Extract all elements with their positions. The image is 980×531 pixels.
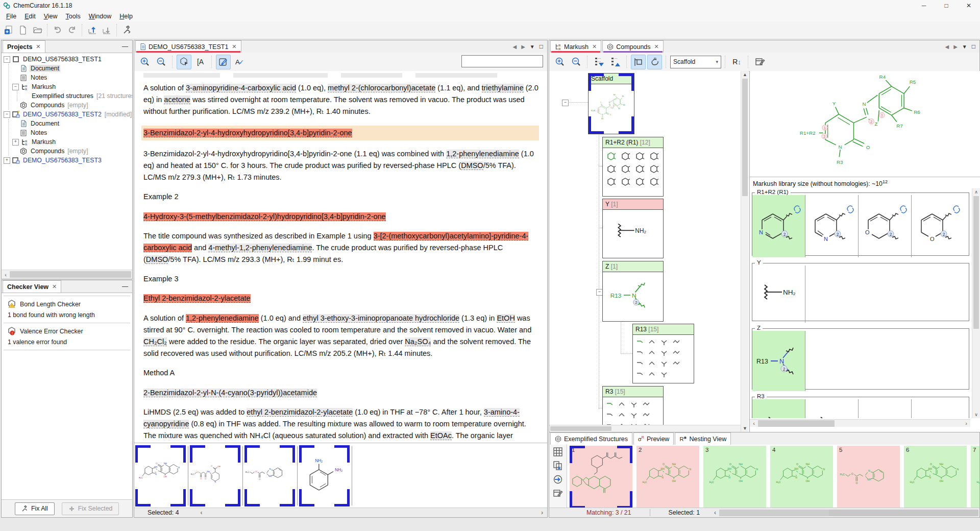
chemical-entity[interactable]: 1,2-phenylenediamine bbox=[446, 150, 519, 158]
close-icon[interactable]: ✕ bbox=[654, 43, 659, 50]
exemplified-card-3[interactable]: 3 bbox=[703, 446, 766, 508]
collapse-toggle[interactable]: − bbox=[4, 56, 10, 63]
markush-tree-canvas[interactable]: − − Scaffold R1+R2 (R1) [12] Y [1] bbox=[549, 71, 749, 432]
scroll-left-icon[interactable]: ‹ bbox=[201, 509, 203, 516]
tab-scroll-right-icon[interactable]: ▶ bbox=[521, 44, 525, 50]
scroll-right-icon[interactable]: › bbox=[541, 509, 543, 516]
redo-button[interactable] bbox=[65, 23, 79, 37]
tree-item-demo-us6756383-test1[interactable]: −DEMO_US6756383_TEST1 bbox=[4, 55, 132, 64]
maximize-button[interactable]: □ bbox=[935, 0, 958, 11]
chemical-entity[interactable]: triethylamine bbox=[482, 84, 524, 92]
chemical-entity[interactable]: Ethyl 2-benzimidazol-2-ylacetate bbox=[143, 294, 251, 303]
tree-item-compounds[interactable]: Compounds[empty] bbox=[12, 101, 132, 110]
edit-annotation-tool[interactable] bbox=[216, 55, 231, 69]
tab-scroll-left-icon[interactable]: ◀ bbox=[512, 44, 517, 50]
structure-thumbnail[interactable] bbox=[299, 445, 350, 506]
spellcheck-tool[interactable]: A✓ bbox=[232, 55, 247, 69]
rgroup-numbering-button[interactable]: R↕ bbox=[729, 55, 744, 69]
expand-toggle[interactable]: + bbox=[12, 139, 19, 146]
rgroup-list[interactable]: R1+R2 (R1) N 2 bbox=[750, 188, 970, 418]
scroll-down-icon[interactable]: ∨ bbox=[972, 411, 980, 418]
tree-hscrollbar[interactable] bbox=[549, 425, 741, 432]
markush-structure-view[interactable] bbox=[750, 71, 980, 177]
chemical-entity[interactable]: ethyl 3-ethoxy-3-iminopropanoate hydroch… bbox=[303, 314, 459, 323]
detail-vscrollbar[interactable]: ∧ ∨ bbox=[972, 188, 980, 418]
new-document-button[interactable] bbox=[16, 23, 30, 37]
text-select-tool[interactable]: [A bbox=[193, 55, 208, 69]
scaffold-combobox[interactable]: Scaffold ▾ bbox=[670, 56, 721, 68]
tree-item-document[interactable]: Document bbox=[12, 64, 132, 73]
rgroup-card[interactable]: N 2 bbox=[805, 195, 858, 257]
menu-edit[interactable]: Edit bbox=[20, 11, 40, 21]
tree-item-compounds[interactable]: Compounds[empty] bbox=[12, 147, 132, 156]
scroll-up-icon[interactable]: ∧ bbox=[972, 188, 980, 196]
collapse-all-button[interactable] bbox=[608, 55, 623, 69]
tab-compounds[interactable]: Compounds ✕ bbox=[602, 40, 664, 53]
rgroup-card[interactable]: O 2 bbox=[911, 195, 964, 257]
chemical-entity[interactable]: 3-aminopyridine-4-carboxylic acid bbox=[186, 84, 296, 92]
export-button[interactable] bbox=[100, 23, 113, 37]
close-icon[interactable]: ✕ bbox=[52, 283, 57, 290]
maximize-panel-icon[interactable]: □ bbox=[540, 43, 543, 50]
tab-nesting-view[interactable]: R◉ Nesting View bbox=[675, 432, 731, 445]
minimize-button[interactable]: ─ bbox=[913, 0, 935, 11]
tree-item-demo-us6756383-test3[interactable]: +DEMO_US6756383_TEST3 bbox=[4, 156, 132, 165]
fix-selected-button[interactable]: Fix Selected bbox=[62, 502, 119, 515]
tab-projects[interactable]: Projects ✕ bbox=[3, 40, 45, 53]
tab-preview[interactable]: σR Preview bbox=[633, 432, 674, 445]
tree-layout-toggle[interactable] bbox=[631, 55, 646, 69]
chemical-entity[interactable]: 3-Benzimidazol-2-yl-4-hydroxyhydropyridi… bbox=[143, 129, 352, 137]
exemplified-card-7[interactable]: 7 bbox=[971, 446, 979, 508]
exemplified-card-1[interactable]: 1 bbox=[570, 446, 632, 508]
rgroup-card[interactable]: O 2 bbox=[858, 195, 911, 257]
chemical-entity[interactable]: 4-methyl-1,2-phenylenediamine bbox=[208, 244, 312, 252]
chemical-entity[interactable]: acetone bbox=[164, 95, 190, 104]
tab-list-icon[interactable]: ▼ bbox=[530, 44, 535, 50]
scroll-left-icon[interactable]: ‹ bbox=[2, 272, 10, 278]
tab-markush[interactable]: RR Markush ✕ bbox=[550, 40, 601, 53]
close-icon[interactable]: ✕ bbox=[592, 43, 597, 50]
scroll-down-icon[interactable]: ▼ bbox=[741, 425, 749, 432]
tab-scroll-right-icon[interactable]: ▶ bbox=[953, 44, 958, 50]
chemical-entity[interactable]: ethyl 2-benzimidazol-2-ylacetate bbox=[247, 408, 353, 417]
scroll-right-icon[interactable]: › bbox=[962, 420, 970, 426]
r1r2-node[interactable]: R1+R2 (R1) [12] bbox=[602, 137, 664, 197]
import-button[interactable] bbox=[86, 23, 99, 37]
chemical-entity[interactable]: 2-Benzimidazol-2-yl-N-(4-cyano(3-pyridyl… bbox=[143, 389, 317, 397]
rgroup-card[interactable]: OH bbox=[805, 399, 858, 418]
maximize-panel-icon[interactable]: □ bbox=[972, 43, 975, 50]
checker-item[interactable]: !Valence Error Checker1 valence error fo… bbox=[4, 323, 130, 350]
zoom-out-button[interactable] bbox=[569, 55, 583, 69]
edit-markush-button[interactable] bbox=[752, 55, 767, 69]
menu-file[interactable]: File bbox=[2, 11, 20, 21]
import-structure-icon[interactable] bbox=[553, 474, 563, 485]
document-search-input[interactable] bbox=[461, 55, 543, 67]
scroll-up-icon[interactable]: ▲ bbox=[741, 71, 749, 78]
close-button[interactable]: ✕ bbox=[958, 0, 980, 11]
scroll-left-icon[interactable]: ‹ bbox=[714, 509, 716, 516]
chemical-entity[interactable]: 1,2-phenylenediamine bbox=[186, 314, 259, 323]
zoom-out-button[interactable] bbox=[154, 55, 168, 69]
grid-view-icon[interactable] bbox=[553, 447, 563, 457]
detail-hscrollbar[interactable]: ‹ › bbox=[750, 419, 970, 427]
exemplified-card-2[interactable]: 2 bbox=[636, 446, 699, 508]
collapse-panel-button[interactable]: — bbox=[118, 43, 132, 50]
copy-structures-icon[interactable] bbox=[553, 461, 563, 471]
menu-help[interactable]: Help bbox=[115, 11, 137, 21]
exemplified-card-4[interactable]: 4 bbox=[770, 446, 833, 508]
rgroup-card[interactable]: aryl O bbox=[911, 399, 964, 418]
collapse-panel-button[interactable]: — bbox=[118, 283, 132, 290]
tree-item-demo-us6756383-test2[interactable]: −DEMO_US6756383_TEST2[modified] bbox=[4, 110, 132, 119]
edit-structure-icon[interactable] bbox=[553, 488, 563, 498]
rgroup-card[interactable]: N 2 bbox=[752, 195, 805, 257]
undo-button[interactable] bbox=[51, 23, 64, 37]
new-project-button[interactable] bbox=[2, 23, 15, 37]
collapse-toggle[interactable]: − bbox=[4, 111, 10, 118]
open-button[interactable] bbox=[31, 23, 44, 37]
structure-thumbnail[interactable] bbox=[190, 445, 240, 506]
checker-item[interactable]: !Bond Length Checker1 bond found with wr… bbox=[4, 296, 130, 323]
menu-view[interactable]: View bbox=[40, 11, 62, 21]
expand-all-button[interactable] bbox=[592, 55, 606, 69]
chemical-entity[interactable]: 4-Hydroxy-3-(5-methylbenzimidazol-2-yl)h… bbox=[143, 212, 386, 221]
chemical-entity[interactable]: DMSO bbox=[461, 161, 483, 170]
